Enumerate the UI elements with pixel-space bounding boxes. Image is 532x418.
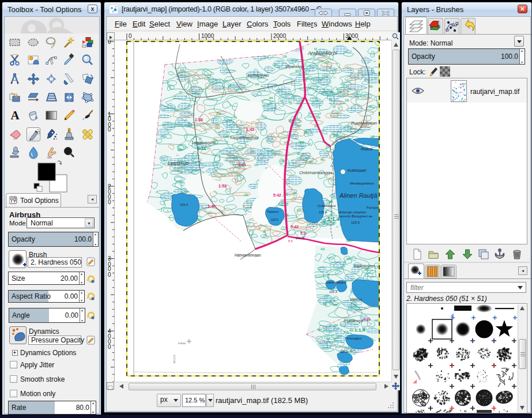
svg-text:237: 237 — [309, 161, 314, 164]
svg-text:46: 46 — [320, 159, 324, 161]
svg-text:90: 90 — [263, 231, 266, 234]
svg-text:41: 41 — [331, 222, 335, 225]
svg-text:46: 46 — [297, 153, 300, 156]
svg-text:136: 136 — [282, 55, 287, 58]
svg-text:27: 27 — [342, 84, 346, 87]
svg-text:125.3: 125.3 — [339, 350, 348, 353]
svg-text:321: 321 — [250, 151, 255, 154]
svg-text:1:1,4: 1:1,4 — [327, 216, 339, 222]
svg-text:364: 364 — [329, 201, 333, 204]
svg-text:Leipäsuonaho: Leipäsuonaho — [192, 141, 216, 145]
svg-text:0: 0 — [129, 33, 132, 39]
svg-text:208: 208 — [345, 99, 349, 102]
svg-text:129.A: 129.A — [180, 203, 188, 206]
svg-text:5:3: 5:3 — [300, 231, 306, 235]
svg-text:93: 93 — [333, 106, 336, 108]
svg-text:Vähä Valkjärvi: Vähä Valkjärvi — [326, 281, 346, 284]
svg-text:3000: 3000 — [345, 33, 359, 39]
svg-text:181: 181 — [216, 127, 220, 130]
svg-text:1:53: 1:53 — [218, 184, 227, 188]
svg-text:1:21: 1:21 — [363, 317, 371, 321]
svg-text:443: 443 — [376, 265, 381, 268]
svg-text:Valkjärven: Valkjärven — [353, 263, 375, 269]
svg-text:394: 394 — [334, 324, 338, 327]
svg-text:125.5: 125.5 — [351, 221, 360, 224]
svg-text:125.3: 125.3 — [329, 290, 337, 293]
svg-text:129.A: 129.A — [319, 210, 327, 214]
svg-text:220: 220 — [333, 134, 338, 137]
svg-text:244: 244 — [254, 164, 259, 167]
svg-text:146: 146 — [297, 125, 301, 127]
svg-text:255: 255 — [280, 160, 285, 163]
svg-text:805/152: 805/152 — [173, 355, 176, 363]
svg-text:Riviera: Riviera — [361, 147, 373, 151]
svg-text:Lammin Biologinen as: Lammin Biologinen as — [338, 214, 372, 218]
svg-text:361: 361 — [295, 70, 300, 73]
svg-text:14138: 14138 — [296, 236, 304, 240]
svg-text:429: 429 — [344, 331, 349, 334]
svg-text:336: 336 — [292, 192, 297, 195]
svg-text:5:42: 5:42 — [273, 193, 281, 197]
svg-text:Kulmapyykki: Kulmapyykki — [248, 73, 269, 78]
svg-text:678000: 678000 — [178, 342, 186, 345]
svg-text:Tohmajärvi: Tohmajärvi — [346, 337, 362, 340]
svg-text:426: 426 — [320, 248, 325, 251]
svg-text:446: 446 — [374, 319, 379, 322]
svg-text:400: 400 — [349, 329, 354, 332]
svg-text:215: 215 — [180, 69, 184, 71]
svg-text:Onkimankangas: Onkimankangas — [299, 170, 333, 175]
svg-text:Metsäoppilaitos: Metsäoppilaitos — [350, 182, 374, 185]
svg-text:433: 433 — [333, 304, 337, 307]
svg-text:405: 405 — [346, 258, 351, 261]
svg-text:108: 108 — [297, 209, 301, 212]
svg-text:2000: 2000 — [273, 33, 286, 39]
svg-text:Rytökorpi: Rytökorpi — [344, 318, 363, 323]
svg-text:Onkimajärvi: Onkimajärvi — [318, 204, 336, 208]
svg-text:1:40: 1:40 — [207, 204, 216, 208]
svg-text:164: 164 — [304, 131, 309, 134]
svg-text:385: 385 — [300, 141, 304, 144]
svg-text:57: 57 — [179, 91, 183, 94]
svg-text:Viipankorpi: Viipankorpi — [285, 65, 304, 69]
svg-text:129.9: 129.9 — [271, 218, 278, 221]
svg-text:284: 284 — [269, 97, 273, 100]
svg-text:361: 361 — [274, 63, 278, 66]
svg-text:0: 0 — [108, 272, 111, 278]
svg-text:227: 227 — [356, 91, 360, 94]
svg-text:170: 170 — [321, 221, 326, 224]
svg-text:157: 157 — [325, 61, 329, 64]
svg-text:Kappalikivenmaa: Kappalikivenmaa — [230, 135, 259, 140]
svg-text:Kukkosaari: Kukkosaari — [348, 168, 367, 172]
svg-text:77: 77 — [207, 77, 210, 80]
svg-text:Pumppa: Pumppa — [367, 206, 380, 209]
svg-text:390: 390 — [305, 77, 310, 80]
svg-text:5:3: 5:3 — [288, 239, 293, 243]
svg-text:1:1,4: 1:1,4 — [354, 327, 365, 333]
svg-text:54: 54 — [329, 99, 333, 101]
svg-text:390: 390 — [323, 303, 327, 306]
svg-text:Arabiankorpi: Arabiankorpi — [307, 50, 338, 56]
svg-text:392: 392 — [225, 135, 229, 138]
svg-text:5:42: 5:42 — [290, 225, 299, 229]
svg-text:Välisuo: Välisuo — [350, 298, 363, 302]
svg-text:378: 378 — [316, 116, 320, 119]
svg-text:271: 271 — [216, 112, 221, 115]
svg-text:Leipäsuo: Leipäsuo — [168, 160, 189, 166]
svg-text:0: 0 — [108, 199, 111, 205]
svg-text:209: 209 — [324, 76, 329, 78]
svg-text:Tippanen: Tippanen — [267, 210, 279, 213]
svg-text:Hämeenlinnaan: Hämeenlinnaan — [235, 253, 261, 257]
svg-text:230: 230 — [244, 194, 248, 197]
svg-text:Alinen Rautjä: Alinen Rautjä — [339, 192, 377, 199]
svg-text:342: 342 — [255, 83, 259, 86]
svg-text:1:11: 1:11 — [197, 146, 206, 151]
svg-text:20: 20 — [289, 102, 293, 105]
svg-text:Helsingin yliopisto: Helsingin yliopisto — [338, 210, 367, 214]
svg-text:348: 348 — [337, 91, 342, 94]
svg-text:0: 0 — [108, 126, 111, 133]
svg-text:380: 380 — [178, 149, 182, 152]
svg-text:1347: 1347 — [346, 240, 352, 243]
svg-text:A: A — [10, 108, 20, 122]
svg-text:145: 145 — [370, 135, 375, 138]
svg-text:1:34: 1:34 — [195, 118, 203, 122]
